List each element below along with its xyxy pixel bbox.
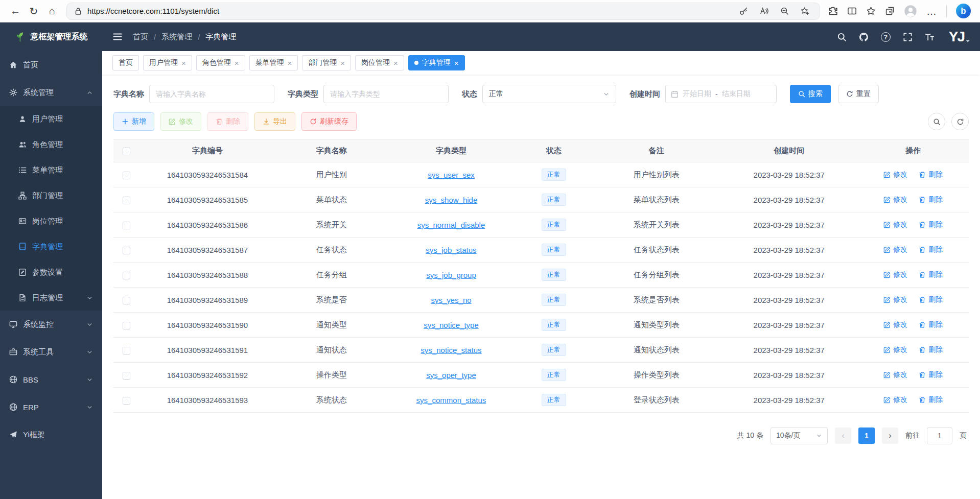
row-checkbox[interactable] [123, 322, 130, 329]
bing-chat-button[interactable]: b [956, 4, 971, 18]
export-button[interactable]: 导出 [254, 112, 295, 131]
sidebar-item-post-mgmt[interactable]: 岗位管理 [0, 208, 102, 234]
sidebar-item-yi-framework[interactable]: Yi框架 [0, 421, 102, 448]
row-edit-button[interactable]: 修改 [883, 370, 907, 379]
refresh-cache-button[interactable]: 刷新缓存 [301, 112, 357, 131]
row-delete-button[interactable]: 删除 [919, 220, 943, 229]
row-checkbox[interactable] [123, 222, 130, 229]
date-range-picker[interactable]: 开始日期 - 结束日期 [665, 85, 777, 103]
close-icon[interactable]: × [181, 59, 186, 67]
page-size-select[interactable]: 10条/页 [771, 427, 828, 444]
prev-page-button[interactable]: ‹ [835, 427, 851, 444]
reset-button[interactable]: 重置 [838, 85, 879, 103]
sidebar-item-menu-mgmt[interactable]: 菜单管理 [0, 157, 102, 183]
row-delete-button[interactable]: 删除 [919, 170, 943, 179]
row-edit-button[interactable]: 修改 [883, 395, 907, 405]
close-icon[interactable]: × [235, 59, 239, 67]
edit-button[interactable]: 修改 [160, 112, 201, 131]
dict-type-link[interactable]: sys_normal_disable [417, 221, 485, 229]
browser-home-button[interactable]: ⌂ [43, 3, 61, 20]
row-edit-button[interactable]: 修改 [883, 320, 907, 329]
close-icon[interactable]: × [340, 59, 345, 67]
sidebar-item-dept-mgmt[interactable]: 部门管理 [0, 183, 102, 208]
sidebar-item-system-tools[interactable]: 系统工具 [0, 338, 102, 366]
select-all-checkbox[interactable] [123, 148, 130, 155]
dict-type-link[interactable]: sys_common_status [416, 396, 486, 405]
row-checkbox[interactable] [123, 372, 130, 379]
fullscreen-icon[interactable] [903, 32, 913, 42]
tab-role-mgmt[interactable]: 角色管理× [196, 55, 245, 70]
row-delete-button[interactable]: 删除 [919, 295, 943, 304]
add-button[interactable]: 新增 [113, 112, 154, 131]
status-select[interactable]: 正常 [482, 85, 616, 103]
sidebar-item-system-monitor[interactable]: 系统监控 [0, 311, 102, 338]
tab-dept-mgmt[interactable]: 部门管理× [302, 55, 351, 70]
sidebar-item-log-mgmt[interactable]: 日志管理 [0, 285, 102, 311]
split-screen-icon[interactable] [847, 6, 857, 16]
breadcrumb-home[interactable]: 首页 [133, 32, 148, 42]
tab-user-mgmt[interactable]: 用户管理× [143, 55, 192, 70]
sidebar-item-param-settings[interactable]: 参数设置 [0, 259, 102, 285]
tab-dict-mgmt[interactable]: 字典管理× [408, 55, 465, 70]
sidebar-item-user-mgmt[interactable]: 用户管理 [0, 106, 102, 132]
delete-button[interactable]: 删除 [207, 112, 248, 131]
row-delete-button[interactable]: 删除 [919, 270, 943, 279]
sidebar-item-erp[interactable]: ERP [0, 393, 102, 421]
user-logo-menu[interactable]: YJ [949, 30, 970, 44]
address-bar[interactable]: https://ccnetcore.com:1101/system/dict [66, 3, 820, 20]
row-delete-button[interactable]: 删除 [919, 370, 943, 379]
row-delete-button[interactable]: 删除 [919, 195, 943, 204]
next-page-button[interactable]: › [882, 427, 898, 444]
dict-type-link[interactable]: sys_job_status [426, 246, 476, 254]
breadcrumb-system-mgmt[interactable]: 系统管理 [161, 32, 192, 42]
dict-type-link[interactable]: sys_notice_type [424, 321, 479, 329]
row-edit-button[interactable]: 修改 [883, 270, 907, 279]
zoom-out-button[interactable] [777, 7, 792, 15]
dict-type-link[interactable]: sys_job_group [426, 271, 476, 279]
dict-type-link[interactable]: sys_oper_type [426, 371, 476, 379]
row-delete-button[interactable]: 删除 [919, 245, 943, 254]
favorites-star-icon[interactable] [866, 6, 876, 16]
font-size-icon[interactable] [925, 32, 935, 42]
row-delete-button[interactable]: 删除 [919, 345, 943, 354]
sidebar-item-dict-mgmt[interactable]: 字典管理 [0, 234, 102, 259]
row-delete-button[interactable]: 删除 [919, 320, 943, 329]
dict-name-input[interactable] [149, 85, 274, 103]
password-key-button[interactable] [736, 7, 751, 15]
row-edit-button[interactable]: 修改 [883, 295, 907, 304]
row-checkbox[interactable] [123, 347, 130, 354]
add-favorite-star-button[interactable] [797, 7, 812, 15]
dict-type-link[interactable]: sys_notice_status [421, 346, 481, 354]
dict-type-input[interactable] [323, 85, 449, 103]
row-edit-button[interactable]: 修改 [883, 345, 907, 354]
tab-home[interactable]: 首页 [112, 55, 139, 70]
row-edit-button[interactable]: 修改 [883, 245, 907, 254]
row-edit-button[interactable]: 修改 [883, 195, 907, 204]
row-checkbox[interactable] [123, 272, 130, 279]
dict-type-link[interactable]: sys_yes_no [431, 296, 471, 304]
extensions-puzzle-icon[interactable] [828, 6, 838, 16]
search-button[interactable]: 搜索 [790, 85, 831, 103]
collapse-sidebar-icon[interactable] [112, 32, 123, 42]
tab-menu-mgmt[interactable]: 菜单管理× [249, 55, 298, 70]
close-icon[interactable]: × [393, 59, 398, 67]
row-checkbox[interactable] [123, 397, 130, 405]
sidebar-item-home[interactable]: 首页 [0, 51, 102, 79]
row-checkbox[interactable] [123, 247, 130, 254]
dict-type-link[interactable]: sys_user_sex [428, 171, 475, 179]
close-icon[interactable]: × [288, 59, 292, 67]
row-delete-button[interactable]: 删除 [919, 395, 943, 405]
profile-avatar[interactable] [904, 5, 917, 18]
sidebar-item-role-mgmt[interactable]: 角色管理 [0, 132, 102, 157]
row-checkbox[interactable] [123, 297, 130, 304]
goto-page-input[interactable] [927, 427, 952, 444]
browser-reload-button[interactable]: ↻ [25, 3, 43, 20]
sidebar-item-system-mgmt[interactable]: 系统管理 [0, 79, 102, 106]
row-checkbox[interactable] [123, 197, 130, 204]
sidebar-item-bbs[interactable]: BBS [0, 366, 102, 393]
current-page[interactable]: 1 [858, 427, 875, 444]
row-edit-button[interactable]: 修改 [883, 220, 907, 229]
toggle-search-button[interactable] [928, 113, 945, 130]
collections-icon[interactable] [885, 6, 895, 16]
github-icon[interactable] [859, 32, 869, 42]
